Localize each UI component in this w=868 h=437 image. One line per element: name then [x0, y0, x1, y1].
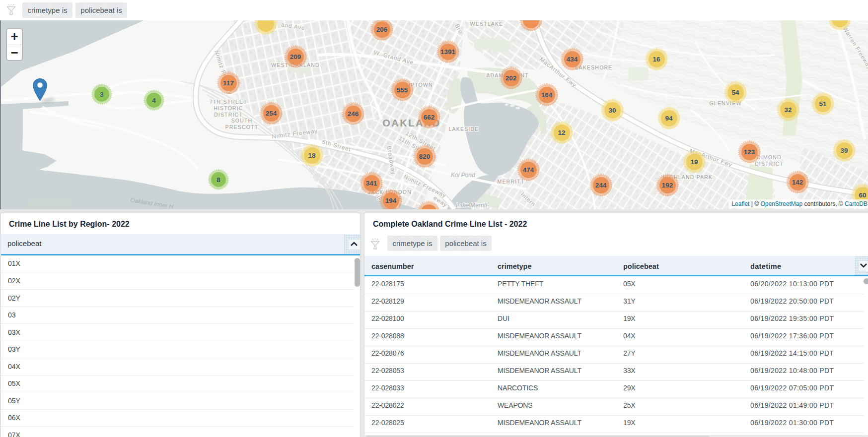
- svg-text:7TH STREET: 7TH STREET: [210, 99, 247, 105]
- svg-text:HISTORIC: HISTORIC: [214, 105, 243, 111]
- svg-text:DISTRICT: DISTRICT: [755, 161, 784, 167]
- svg-text:LAKESIDE: LAKESIDE: [449, 126, 479, 132]
- svg-text:SOUTH: SOUTH: [231, 118, 253, 124]
- svg-text:Lake Merritt-: Lake Merritt-: [456, 202, 489, 209]
- svg-text:DIMOND: DIMOND: [757, 154, 782, 160]
- svg-text:PRESCOTT: PRESCOTT: [225, 124, 259, 130]
- svg-text:Koi Pond: Koi Pond: [451, 172, 475, 179]
- svg-text:DISTRICT: DISTRICT: [214, 112, 243, 118]
- svg-text:WESTLAKE: WESTLAKE: [470, 21, 504, 27]
- svg-text:MERRITT: MERRITT: [497, 179, 524, 185]
